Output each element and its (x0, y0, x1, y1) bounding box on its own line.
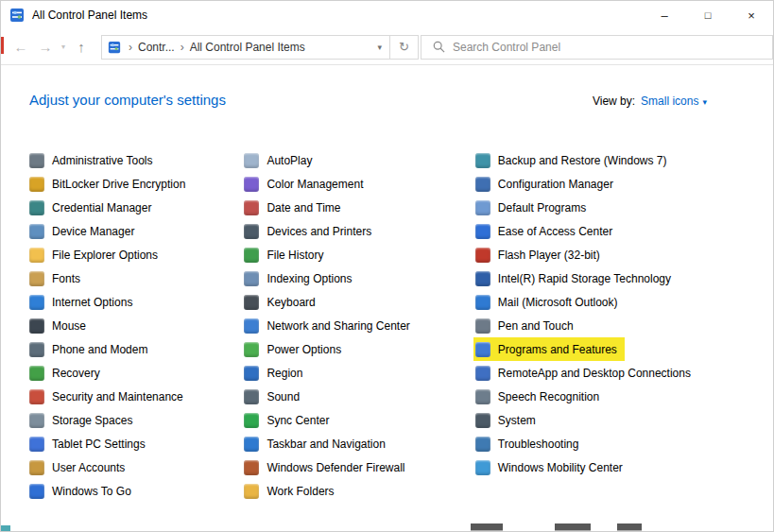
control-panel-item[interactable]: Windows To Go (27, 479, 139, 503)
items-column-1: Administrative ToolsBitLocker Drive Encr… (29, 148, 244, 503)
view-by-selector[interactable]: Small icons ▾ (641, 94, 707, 108)
control-panel-item[interactable]: File Explorer Options (27, 243, 165, 266)
control-panel-item[interactable]: Pen and Touch (473, 314, 581, 337)
control-panel-item[interactable]: Credential Manager (27, 196, 159, 219)
control-panel-item[interactable]: Color Management (242, 172, 370, 196)
control-panel-item[interactable]: Fonts (27, 266, 88, 290)
control-panel-item[interactable]: Backup and Restore (Windows 7) (473, 148, 675, 172)
items-column-2: AutoPlayColor ManagementDate and TimeDev… (244, 148, 474, 503)
control-panel-item[interactable]: Internet Options (27, 290, 140, 314)
control-panel-item[interactable]: Windows Defender Firewall (242, 455, 412, 479)
control-panel-item[interactable]: Storage Spaces (27, 408, 140, 432)
sound-icon (244, 389, 259, 404)
control-panel-item[interactable]: Administrative Tools (27, 148, 161, 172)
minimize-button[interactable]: – (643, 1, 686, 29)
window-title: All Control Panel Items (32, 9, 147, 22)
control-panel-item-label: Flash Player (32-bit) (498, 249, 600, 262)
control-panel-item-label: Sound (267, 390, 300, 403)
configuration-manager-icon (475, 177, 490, 192)
control-panel-item[interactable]: User Accounts (27, 455, 132, 479)
control-panel-item[interactable]: Intel(R) Rapid Storage Technology (473, 266, 679, 290)
control-panel-item-label: Region (267, 367, 302, 380)
control-panel-item-label: BitLocker Drive Encryption (52, 178, 185, 191)
control-panel-item-label: Device Manager (52, 225, 134, 238)
control-panel-item-label: Phone and Modem (52, 343, 147, 356)
view-by: View by: Small icons ▾ (593, 94, 707, 108)
view-by-label: View by: (593, 94, 635, 108)
control-panel-item[interactable]: Power Options (242, 337, 349, 361)
intel-rst-icon (475, 271, 490, 286)
control-panel-item-label: Security and Maintenance (52, 390, 183, 403)
breadcrumb-current[interactable]: All Control Panel Items (190, 41, 305, 54)
search-box[interactable] (421, 35, 773, 60)
color-management-icon (244, 177, 259, 192)
control-panel-item[interactable]: System (473, 408, 543, 432)
control-panel-item[interactable]: Mouse (27, 314, 94, 337)
control-panel-item-label: Power Options (267, 343, 341, 356)
control-panel-item[interactable]: Keyboard (242, 290, 322, 314)
admin-tools-icon (29, 153, 44, 168)
control-panel-item[interactable]: Phone and Modem (27, 337, 155, 361)
control-panel-item-label: Ease of Access Center (498, 225, 612, 238)
control-panel-item-label: Indexing Options (267, 272, 352, 285)
control-panel-item[interactable]: Ease of Access Center (473, 219, 620, 243)
control-panel-item[interactable]: AutoPlay (242, 148, 319, 172)
control-panel-item[interactable]: BitLocker Drive Encryption (27, 172, 193, 196)
up-icon[interactable]: ↑ (69, 39, 94, 55)
control-panel-item[interactable]: Taskbar and Navigation (242, 432, 392, 455)
control-panel-item[interactable]: Work Folders (242, 479, 341, 503)
system-icon (475, 413, 490, 428)
fonts-icon (29, 271, 44, 286)
control-panel-item[interactable]: Date and Time (242, 196, 348, 219)
control-panel-item[interactable]: Device Manager (27, 219, 142, 243)
control-panel-item[interactable]: Programs and Features (473, 337, 625, 361)
forward-icon[interactable]: → (33, 39, 58, 55)
indexing-options-icon (244, 271, 259, 286)
window-controls: – □ × (643, 1, 773, 29)
control-panel-item[interactable]: Windows Mobility Center (473, 455, 630, 479)
control-panel-window: All Control Panel Items – □ × ← → ▾ ↑ › … (0, 0, 774, 532)
control-panel-item[interactable]: Region (242, 361, 310, 385)
control-panel-item[interactable]: Sound (242, 385, 307, 408)
control-panel-item[interactable]: Mail (Microsoft Outlook) (473, 290, 626, 314)
control-panel-item[interactable]: RemoteApp and Desktop Connections (473, 361, 698, 385)
flash-player-icon (475, 248, 490, 263)
breadcrumb-chevron-icon[interactable]: › (175, 41, 190, 54)
control-panel-item-label: Date and Time (267, 201, 340, 215)
control-panel-item[interactable]: Devices and Printers (242, 219, 379, 243)
default-programs-icon (475, 200, 490, 215)
control-panel-item-label: Credential Manager (52, 201, 151, 215)
breadcrumb-chevron-icon[interactable]: › (123, 41, 138, 54)
control-panel-item[interactable]: Security and Maintenance (27, 385, 191, 408)
control-panel-item[interactable]: Configuration Manager (473, 172, 621, 196)
keyboard-icon (244, 295, 259, 310)
address-dropdown-icon[interactable]: ▾ (373, 43, 386, 52)
recent-locations-chevron-icon[interactable]: ▾ (58, 43, 69, 51)
maximize-button[interactable]: □ (686, 1, 730, 29)
control-panel-item-label: Color Management (267, 178, 363, 191)
refresh-icon[interactable]: ↻ (390, 35, 419, 60)
back-icon[interactable]: ← (9, 39, 33, 55)
phone-and-modem-icon (29, 342, 44, 357)
control-panel-item-label: Taskbar and Navigation (267, 438, 385, 451)
close-button[interactable]: × (730, 1, 773, 29)
control-panel-item[interactable]: Sync Center (242, 408, 336, 432)
control-panel-item-label: Work Folders (267, 485, 334, 498)
breadcrumb-parent[interactable]: Contr... (138, 41, 175, 54)
control-panel-item-label: Intel(R) Rapid Storage Technology (498, 272, 671, 285)
control-panel-item[interactable]: Troubleshooting (473, 432, 587, 455)
control-panel-item[interactable]: File History (242, 243, 331, 266)
control-panel-item[interactable]: Recovery (27, 361, 108, 385)
control-panel-item[interactable]: Tablet PC Settings (27, 432, 153, 455)
control-panel-item[interactable]: Indexing Options (242, 266, 359, 290)
control-panel-item[interactable]: Flash Player (32-bit) (473, 243, 608, 266)
remoteapp-icon (475, 366, 490, 381)
autoplay-icon (244, 153, 259, 168)
control-panel-item[interactable]: Default Programs (473, 196, 593, 219)
breadcrumb[interactable]: › Contr... › All Control Panel Items ▾ (101, 35, 390, 60)
taskbar-navigation-icon (244, 437, 259, 452)
search-input[interactable] (453, 41, 772, 54)
control-panel-item[interactable]: Network and Sharing Center (242, 314, 417, 337)
screen-artifact (617, 523, 642, 531)
control-panel-item[interactable]: Speech Recognition (473, 385, 607, 408)
